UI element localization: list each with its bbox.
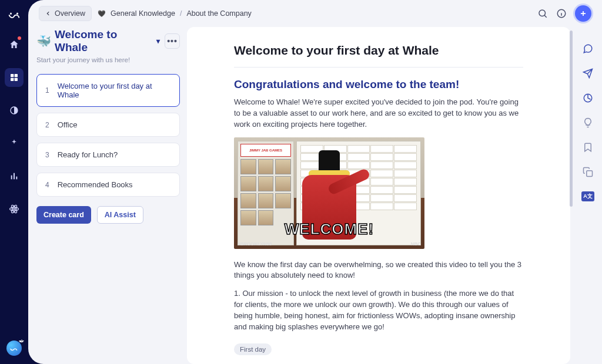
card-number: 3	[45, 151, 49, 159]
card-label: Recommended Books	[58, 180, 133, 189]
user-avatar[interactable]	[6, 341, 22, 356]
topbar: Overview 🖤 General Knowledge / About the…	[28, 0, 602, 27]
doc-heading: Congratulations and welcome to the team!	[234, 78, 523, 91]
svg-rect-16	[587, 171, 593, 177]
svg-point-13	[14, 208, 15, 210]
page-title-text: Welcome to Whale	[55, 28, 153, 54]
card-label: Ready for Lunch?	[58, 150, 118, 159]
card-item[interactable]: 2 Office	[36, 113, 180, 137]
welcome-gif: JIMMY JAB GAMES	[234, 137, 424, 249]
comment-icon[interactable]	[583, 43, 593, 54]
chevron-down-icon: ▾	[156, 37, 160, 45]
language-toggle[interactable]: A文	[581, 191, 594, 201]
gif-network: NBC	[411, 241, 421, 247]
svg-rect-9	[16, 177, 17, 180]
nav-dashboard[interactable]	[5, 68, 24, 87]
nav-home[interactable]	[5, 35, 24, 54]
gif-banner: JIMMY JAB GAMES	[240, 144, 291, 157]
nav-contrast[interactable]	[5, 101, 24, 120]
bookmark-icon[interactable]	[583, 142, 593, 153]
svg-point-0	[11, 14, 11, 14]
gear-icon	[18, 337, 25, 344]
svg-rect-5	[15, 78, 18, 81]
scrollbar-thumb[interactable]	[570, 31, 573, 207]
svg-rect-8	[14, 173, 15, 180]
right-rail: A文	[574, 27, 602, 364]
whale-emoji: 🐳	[36, 34, 51, 48]
tag-chip[interactable]: First day	[234, 343, 272, 355]
card-number: 2	[45, 121, 49, 129]
card-item[interactable]: 3 Ready for Lunch?	[36, 143, 180, 167]
document: Welcome to your first day at Whale Congr…	[187, 27, 570, 364]
doc-paragraph: Welcome to Whale! We're super excited yo…	[234, 97, 523, 130]
lightbulb-icon[interactable]	[583, 117, 593, 128]
gif-caption: WELCOME!	[234, 220, 424, 238]
svg-point-14	[539, 10, 546, 16]
ai-assist-button[interactable]: AI Assist	[97, 206, 143, 224]
back-button[interactable]: Overview	[39, 6, 92, 21]
doc-paragraph: We know the first day can be overwhelmin…	[234, 259, 523, 282]
breadcrumb: 🖤 General Knowledge / About the Company	[98, 9, 252, 18]
svg-rect-2	[11, 74, 14, 77]
more-button[interactable]: •••	[165, 33, 180, 49]
doc-title: Welcome to your first day at Whale	[234, 43, 523, 58]
nav-sparkle[interactable]	[5, 134, 24, 153]
create-card-button[interactable]: Create card	[36, 206, 91, 224]
add-button[interactable]	[575, 5, 591, 22]
gif-hashtag: #BROOKLYN99	[238, 241, 272, 247]
info-icon[interactable]	[556, 8, 567, 19]
svg-rect-7	[11, 176, 12, 180]
sidebar: 🐳 Welcome to Whale ▾ ••• Start your jour…	[28, 27, 187, 364]
notification-dot	[18, 36, 21, 40]
content-area: Welcome to your first day at Whale Congr…	[187, 27, 602, 364]
card-label: Welcome to your first day at Whale	[58, 82, 171, 99]
back-label: Overview	[55, 9, 85, 18]
card-label: Office	[58, 120, 78, 129]
nav-atom[interactable]	[5, 200, 24, 218]
card-number: 4	[45, 181, 49, 189]
crumb-sep: /	[180, 9, 182, 18]
crumb-1[interactable]: General Knowledge	[111, 9, 175, 18]
doc-paragraph: 1. Our mission - to unlock the next leve…	[234, 288, 523, 332]
crumb-2[interactable]: About the Company	[186, 9, 252, 18]
left-rail	[0, 0, 28, 364]
copy-icon[interactable]	[583, 167, 593, 177]
divider	[234, 67, 523, 68]
svg-rect-4	[11, 78, 14, 81]
app-logo	[8, 8, 21, 21]
page-subtitle: Start your journey with us here!	[36, 56, 180, 63]
nav-analytics[interactable]	[5, 167, 24, 186]
main-panel: Overview 🖤 General Knowledge / About the…	[28, 0, 602, 364]
svg-rect-3	[15, 74, 18, 77]
card-item[interactable]: 4 Recommended Books	[36, 173, 180, 197]
page-title[interactable]: 🐳 Welcome to Whale ▾	[36, 28, 160, 54]
send-icon[interactable]	[583, 68, 593, 79]
heart-icon: 🖤	[98, 10, 106, 18]
card-number: 1	[45, 86, 49, 95]
card-list: 1 Welcome to your first day at Whale 2 O…	[36, 74, 180, 197]
search-icon[interactable]	[537, 8, 548, 19]
card-item[interactable]: 1 Welcome to your first day at Whale	[36, 74, 180, 107]
svg-point-1	[17, 14, 18, 14]
analytics-icon[interactable]	[583, 93, 593, 103]
